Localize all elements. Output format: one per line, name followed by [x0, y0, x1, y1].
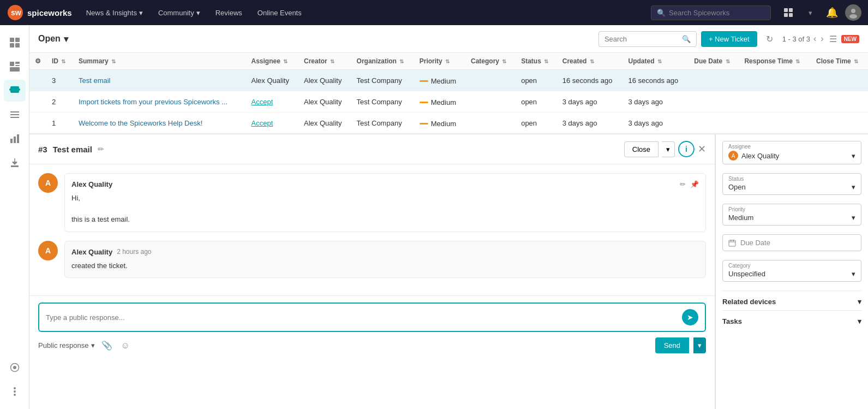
user-avatar[interactable]: [845, 4, 861, 21]
cell-close-time: [811, 70, 868, 91]
view-options-button[interactable]: ☰: [829, 34, 837, 44]
emoji-icon[interactable]: ☺: [119, 339, 132, 353]
accept-link[interactable]: Accept: [252, 119, 273, 127]
pagination: 1 - 3 of 3 ‹ ›: [782, 33, 825, 45]
ticket-search-input[interactable]: [604, 35, 679, 43]
svg-rect-28: [733, 240, 734, 241]
chevron-down-icon[interactable]: ▾: [801, 4, 819, 21]
col-creator[interactable]: Creator ⇅: [298, 53, 351, 70]
cell-priority: Medium: [414, 112, 465, 134]
search-icon: 🔍: [657, 9, 666, 17]
response-toolbar: Public response ▾ 📎 ☺ Send ▾: [38, 337, 706, 353]
svg-rect-15: [10, 67, 20, 72]
related-devices-section[interactable]: Related devices ▾: [722, 291, 861, 310]
prev-page-button[interactable]: ‹: [812, 33, 817, 45]
table-row[interactable]: 3 Test email Alex Quality Alex Quality T…: [29, 70, 868, 91]
col-updated[interactable]: Updated ⇅: [623, 53, 689, 70]
nav-item-reviews[interactable]: Reviews: [210, 7, 248, 19]
cell-settings: [29, 70, 46, 91]
chevron-down-icon: ▾: [852, 270, 855, 278]
sidebar-item-grid[interactable]: [4, 32, 26, 54]
response-mode-button[interactable]: Public response ▾: [38, 341, 95, 349]
cell-category: [465, 91, 516, 112]
category-value: Unspecified: [728, 270, 765, 278]
apps-icon[interactable]: [780, 4, 797, 21]
col-organization[interactable]: Organization ⇅: [351, 53, 414, 70]
assignee-value: A Alex Quality: [728, 151, 779, 161]
sidebar-item-chart[interactable]: [4, 128, 26, 150]
col-priority[interactable]: Priority ⇅: [414, 53, 465, 70]
edit-message-icon[interactable]: ✏: [680, 180, 686, 188]
svg-point-7: [849, 14, 857, 19]
sidebar-item-download[interactable]: [4, 152, 26, 174]
col-response-time[interactable]: Response Time ⇅: [739, 53, 811, 70]
chevron-down-icon: ▾: [91, 341, 95, 349]
logo[interactable]: sw spiceworks: [7, 4, 72, 21]
search-icon: 🔍: [682, 35, 691, 43]
col-id[interactable]: ID ⇅: [46, 53, 73, 70]
global-search[interactable]: 🔍 Search Spiceworks: [651, 5, 771, 20]
svg-point-24: [14, 390, 16, 393]
sidebar-item-settings[interactable]: [4, 357, 26, 378]
filter-dropdown[interactable]: Open ▾: [38, 34, 68, 44]
detail-actions: Close ▾ i ✕: [624, 141, 706, 157]
response-input[interactable]: [46, 313, 678, 322]
status-dropdown[interactable]: Open ▾: [728, 183, 855, 191]
info-button[interactable]: i: [678, 141, 695, 157]
col-category[interactable]: Category ⇅: [465, 53, 516, 70]
col-created[interactable]: Created ⇅: [557, 53, 623, 70]
svg-point-23: [14, 387, 16, 389]
svg-rect-5: [789, 13, 793, 17]
response-input-box[interactable]: ➤: [38, 303, 706, 332]
cell-created: 3 days ago: [557, 112, 623, 134]
message-actions: ✏ 📌: [680, 180, 699, 188]
close-ticket-dropdown[interactable]: ▾: [662, 141, 675, 157]
accept-link[interactable]: Accept: [252, 98, 273, 106]
close-detail-button[interactable]: ✕: [698, 143, 706, 155]
refresh-button[interactable]: ↻: [762, 31, 778, 47]
nav-item-community[interactable]: Community ▾: [153, 7, 206, 19]
chevron-down-icon: ▾: [64, 34, 68, 44]
due-date-button[interactable]: Due Date: [722, 234, 861, 251]
pin-icon[interactable]: 📌: [690, 180, 699, 188]
ticket-search-box[interactable]: 🔍: [598, 31, 697, 47]
category-dropdown[interactable]: Unspecified ▾: [728, 270, 855, 278]
col-assignee[interactable]: Assignee ⇅: [246, 53, 299, 70]
cell-response-time: [739, 112, 811, 134]
cell-settings: [29, 112, 46, 134]
sidebar-item-extra[interactable]: [4, 381, 26, 402]
send-dropdown-button[interactable]: ▾: [693, 337, 706, 353]
send-icon[interactable]: ➤: [682, 309, 698, 325]
attach-icon[interactable]: 📎: [99, 338, 115, 353]
pagination-text: 1 - 3 of 3: [782, 35, 810, 43]
new-ticket-button[interactable]: + New Ticket: [701, 31, 757, 47]
sidebar-item-dashboard[interactable]: [4, 56, 26, 78]
next-page-button[interactable]: ›: [819, 33, 824, 45]
col-status[interactable]: Status ⇅: [516, 53, 557, 70]
table-row[interactable]: 2 Import tickets from your previous Spic…: [29, 91, 868, 112]
col-due-date[interactable]: Due Date ⇅: [689, 53, 739, 70]
cell-assignee[interactable]: Accept: [246, 91, 299, 112]
assignee-dropdown[interactable]: A Alex Quality ▾: [728, 151, 855, 161]
close-ticket-button[interactable]: Close: [624, 141, 659, 157]
sidebar-item-tickets[interactable]: [4, 80, 26, 102]
nav-item-news[interactable]: News & Insights ▾: [81, 7, 148, 19]
col-close-time[interactable]: Close Time ⇅: [811, 53, 868, 70]
tasks-section[interactable]: Tasks ▾: [722, 310, 861, 330]
category-field: Category Unspecified ▾: [722, 260, 861, 282]
edit-icon[interactable]: ✏: [98, 145, 104, 153]
sidebar-item-list[interactable]: [4, 104, 26, 126]
svg-point-25: [14, 394, 16, 396]
nav-item-events[interactable]: Online Events: [252, 7, 307, 19]
chevron-down-icon: ▾: [852, 152, 855, 160]
cell-updated: 3 days ago: [623, 112, 689, 134]
cell-assignee[interactable]: Accept: [246, 112, 299, 134]
detail-panel: #3 Test email ✏ Close ▾ i ✕ A Alex Qu: [29, 134, 868, 409]
col-settings[interactable]: ⚙: [29, 53, 46, 70]
bell-icon[interactable]: 🔔: [823, 4, 841, 21]
send-button[interactable]: Send: [655, 337, 689, 353]
priority-dropdown[interactable]: Medium ▾: [728, 214, 855, 222]
table-row[interactable]: 1 Welcome to the Spiceworks Help Desk! A…: [29, 112, 868, 134]
col-summary[interactable]: Summary ⇅: [73, 53, 246, 70]
message-item: A Alex Quality ✏ 📌 Hi,this is a test ema…: [38, 173, 706, 232]
